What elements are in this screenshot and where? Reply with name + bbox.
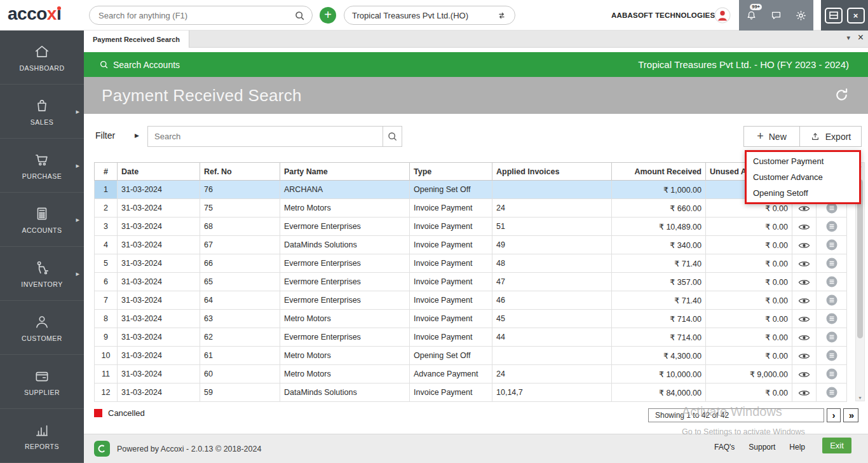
row-menu-cell[interactable] <box>817 310 847 328</box>
messages-button[interactable] <box>764 0 789 31</box>
eye-icon[interactable] <box>798 371 810 378</box>
search-accounts[interactable]: Search Accounts <box>84 60 180 70</box>
filter-expand-icon[interactable]: ▶ <box>135 132 139 139</box>
minimize-button[interactable] <box>825 8 843 24</box>
table-row[interactable]: 6 31-03-2024 65 Evermore Enterprises Inv… <box>95 273 847 291</box>
eye-icon[interactable] <box>798 223 810 231</box>
cell-type: Advance Payment <box>410 365 492 384</box>
company-selector[interactable]: Tropical Treasures Pvt Ltd.(HO) <box>344 6 515 25</box>
support-link[interactable]: Support <box>749 443 775 452</box>
view-cell[interactable] <box>792 291 817 310</box>
table-row[interactable]: 1 31-03-2024 76 ARCHANA Opening Set Off … <box>95 181 847 199</box>
sidebar-item-sales[interactable]: SALES ▸ <box>0 85 84 139</box>
row-menu-icon[interactable] <box>826 387 837 398</box>
eye-icon[interactable] <box>798 260 810 268</box>
sidebar-item-supplier[interactable]: SUPPLIER <box>0 355 84 409</box>
table-row[interactable]: 11 31-03-2024 60 Metro Motors Advance Pa… <box>95 365 847 384</box>
filter-button[interactable]: Filter <box>95 130 115 141</box>
eye-icon[interactable] <box>798 315 810 323</box>
row-menu-icon[interactable] <box>826 368 837 380</box>
tab-payment-received-search[interactable]: Payment Received Search <box>84 31 189 48</box>
search-icon[interactable] <box>294 10 305 21</box>
row-menu-cell[interactable] <box>817 273 847 291</box>
row-menu-cell[interactable] <box>817 347 847 365</box>
row-menu-icon[interactable] <box>826 350 837 361</box>
eye-icon[interactable] <box>798 205 810 212</box>
eye-icon[interactable] <box>798 334 810 342</box>
row-menu-icon[interactable] <box>826 258 837 269</box>
table-row[interactable]: 5 31-03-2024 66 Evermore Enterprises Inv… <box>95 254 847 273</box>
cell-unused: ₹ 0.00 <box>706 347 792 365</box>
row-menu-cell[interactable] <box>817 236 847 254</box>
cell-amount: ₹ 4,300.00 <box>612 347 706 365</box>
table-row[interactable]: 2 31-03-2024 75 Metro Motors Invoice Pay… <box>95 199 847 218</box>
view-cell[interactable] <box>792 347 817 365</box>
global-search-input[interactable] <box>98 7 289 24</box>
switch-company-icon[interactable] <box>496 10 507 21</box>
sidebar-item-purchase[interactable]: PURCHASE ▸ <box>0 139 84 193</box>
view-cell[interactable] <box>792 365 817 384</box>
table-row[interactable]: 4 31-03-2024 67 DataMinds Solutions Invo… <box>95 236 847 254</box>
page-title: Payment Received Search <box>84 77 868 114</box>
view-cell[interactable] <box>792 273 817 291</box>
new-button[interactable]: +New <box>744 127 800 146</box>
help-link[interactable]: Help <box>789 443 805 452</box>
row-menu-cell[interactable] <box>817 254 847 273</box>
table-row[interactable]: 7 31-03-2024 64 Evermore Enterprises Inv… <box>95 291 847 310</box>
eye-icon[interactable] <box>798 389 810 397</box>
view-cell[interactable] <box>792 328 817 347</box>
notifications-button[interactable]: 99+ <box>739 0 764 31</box>
avatar[interactable] <box>714 7 731 24</box>
quick-add-button[interactable]: + <box>320 7 336 24</box>
exit-button[interactable]: Exit <box>822 438 851 453</box>
cell-ref: 61 <box>200 347 280 365</box>
sidebar-item-dashboard[interactable]: DASHBOARD <box>0 31 84 85</box>
eye-icon[interactable] <box>798 352 810 360</box>
row-menu-cell[interactable] <box>817 384 847 402</box>
menu-item-customer-payment[interactable]: Customer Payment <box>747 153 859 169</box>
table-row[interactable]: 8 31-03-2024 63 Metro Motors Invoice Pay… <box>95 310 847 328</box>
tab-close-icon[interactable]: × <box>858 32 864 43</box>
sidebar-item-inventory[interactable]: INVENTORY ▸ <box>0 247 84 301</box>
view-cell[interactable] <box>792 218 817 236</box>
row-menu-cell[interactable] <box>817 365 847 384</box>
menu-item-customer-advance[interactable]: Customer Advance <box>747 169 859 185</box>
table-row[interactable]: 9 31-03-2024 62 Evermore Enterprises Inv… <box>95 328 847 347</box>
table-row[interactable]: 3 31-03-2024 68 Evermore Enterprises Inv… <box>95 218 847 236</box>
pagination-next-button[interactable]: › <box>827 408 841 422</box>
table-row[interactable]: 10 31-03-2024 61 Metro Motors Opening Se… <box>95 347 847 365</box>
eye-icon[interactable] <box>798 279 810 286</box>
row-menu-cell[interactable] <box>817 328 847 347</box>
row-menu-cell[interactable] <box>817 291 847 310</box>
cell-date: 31-03-2024 <box>118 218 200 236</box>
close-button[interactable]: × <box>847 8 865 24</box>
view-cell[interactable] <box>792 310 817 328</box>
menu-item-opening-setoff[interactable]: Opening Setoff <box>747 185 859 201</box>
row-menu-icon[interactable] <box>826 276 837 287</box>
refresh-icon[interactable] <box>833 86 850 104</box>
sidebar-item-accounts[interactable]: ACCOUNTS ▸ <box>0 193 84 247</box>
view-cell[interactable] <box>792 384 817 402</box>
row-menu-cell[interactable] <box>817 218 847 236</box>
table-search-input[interactable] <box>154 128 377 145</box>
row-menu-icon[interactable] <box>826 331 837 343</box>
export-button[interactable]: Export <box>800 127 861 146</box>
pagination-last-button[interactable]: » <box>843 408 858 422</box>
eye-icon[interactable] <box>798 242 810 249</box>
sidebar-item-customer[interactable]: CUSTOMER <box>0 301 84 355</box>
sidebar-item-reports[interactable]: REPORTS <box>0 409 84 463</box>
tab-list-dropdown-icon[interactable]: ▾ <box>846 34 850 42</box>
settings-button[interactable] <box>789 0 813 31</box>
table-search-button[interactable] <box>383 127 402 146</box>
view-cell[interactable] <box>792 236 817 254</box>
organization-menu[interactable]: AABASOFT TECHNOLOGIES▸ <box>611 11 721 19</box>
view-cell[interactable] <box>792 254 817 273</box>
eye-icon[interactable] <box>798 297 810 305</box>
row-menu-icon[interactable] <box>826 221 837 232</box>
table-row[interactable]: 12 31-03-2024 59 DataMinds Solutions Inv… <box>95 384 847 402</box>
faq-link[interactable]: FAQ's <box>714 443 735 452</box>
row-menu-icon[interactable] <box>826 239 837 251</box>
row-menu-icon[interactable] <box>826 294 837 306</box>
row-menu-icon[interactable] <box>826 313 837 324</box>
scroll-down-icon[interactable]: ▼ <box>856 396 864 400</box>
